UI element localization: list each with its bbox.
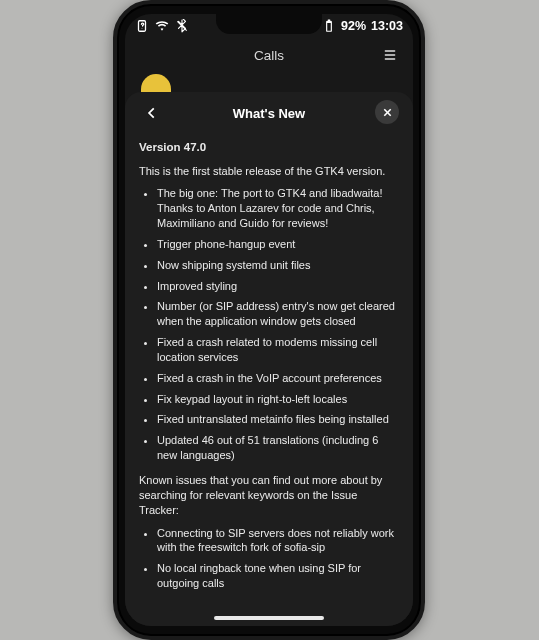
app-title: Calls xyxy=(254,48,284,63)
svg-point-1 xyxy=(142,28,143,29)
help-icon xyxy=(135,19,149,33)
list-item: Fixed a crash related to modems missing … xyxy=(157,335,399,365)
svg-rect-3 xyxy=(385,50,396,51)
whats-new-sheet: What's New Version 47.0 This is the firs… xyxy=(125,92,413,626)
list-item: Now shipping systemd unit files xyxy=(157,258,399,273)
close-button[interactable] xyxy=(375,100,399,124)
display-notch xyxy=(216,14,322,34)
known-issues-intro: Known issues that you can find out more … xyxy=(139,473,399,518)
wifi-icon xyxy=(155,19,169,33)
known-issues-list: Connecting to SIP servers does not relia… xyxy=(139,526,399,596)
svg-rect-4 xyxy=(385,54,396,55)
list-item: Fixed untranslated metainfo files being … xyxy=(157,412,399,427)
list-item: Fixed a crash in the VoIP account prefer… xyxy=(157,371,399,386)
avatar-peek xyxy=(141,74,171,92)
clock: 13:03 xyxy=(371,19,403,33)
list-item: Fix keypad layout in right-to-left local… xyxy=(157,392,399,407)
screen: 92% 13:03 Calls What's New Versi xyxy=(125,14,413,626)
release-notes[interactable]: Version 47.0 This is the first stable re… xyxy=(139,134,399,596)
app-header: Calls xyxy=(125,38,413,72)
intro-text: This is the first stable release of the … xyxy=(139,164,399,179)
battery-icon xyxy=(322,19,336,33)
list-item: No local ringback tone when using SIP fo… xyxy=(157,561,399,591)
hamburger-icon xyxy=(382,47,398,63)
sheet-header: What's New xyxy=(139,92,399,134)
sheet-title: What's New xyxy=(139,106,399,121)
changes-list: The big one: The port to GTK4 and libadw… xyxy=(139,186,399,463)
list-item: Connecting to SIP servers does not relia… xyxy=(157,526,399,556)
list-item: Updated 46 out of 51 translations (inclu… xyxy=(157,433,399,463)
battery-percent: 92% xyxy=(341,19,366,33)
list-item: Improved styling xyxy=(157,279,399,294)
bluetooth-off-icon xyxy=(175,19,189,33)
menu-button[interactable] xyxy=(377,42,403,68)
list-item: Trigger phone-hangup event xyxy=(157,237,399,252)
phone-frame: 92% 13:03 Calls What's New Versi xyxy=(113,0,425,640)
list-item: The big one: The port to GTK4 and libadw… xyxy=(157,186,399,231)
version-heading: Version 47.0 xyxy=(139,140,399,156)
list-item: Number (or SIP address) entry's now get … xyxy=(157,299,399,329)
home-indicator[interactable] xyxy=(214,616,324,620)
svg-rect-5 xyxy=(385,58,396,59)
close-icon xyxy=(382,107,393,118)
